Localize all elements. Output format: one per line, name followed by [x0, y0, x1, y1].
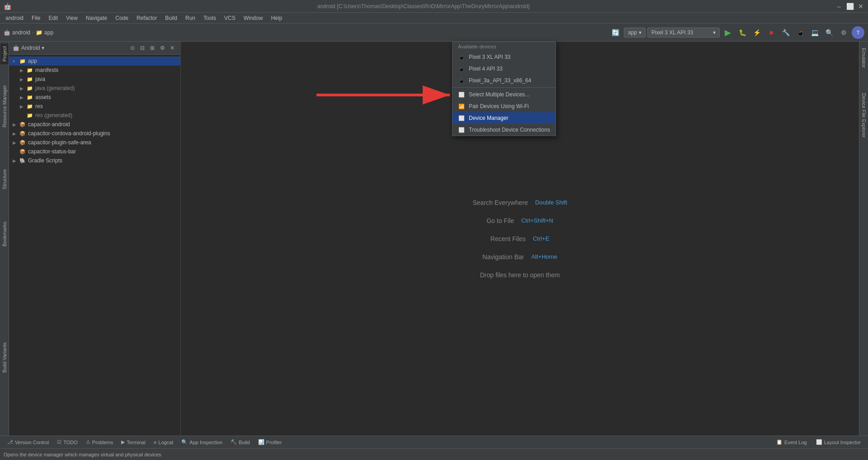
tab-todo[interactable]: ☑ TODO [53, 438, 81, 446]
dropdown-pixel3xl[interactable]: 📱 Pixel 3 XL API 33 [453, 51, 556, 63]
tab-version-control[interactable]: ⎇ Version Control [4, 438, 52, 446]
settings-button[interactable]: ⚙ [837, 26, 850, 39]
breadcrumb-android: android [12, 29, 30, 36]
avd-button[interactable]: 📱 [794, 26, 807, 39]
folder-icon: 📁 [26, 85, 33, 92]
tab-device-file-explorer[interactable]: Device File Explorer [860, 90, 868, 140]
avatar[interactable]: T [852, 26, 864, 39]
sync-icon[interactable]: 🔄 [609, 26, 622, 39]
right-tab-strip: Emulator Device File Explorer [859, 42, 868, 436]
tab-profiler[interactable]: 📊 Profiler [255, 438, 286, 446]
wifi-icon: 📶 [458, 103, 465, 110]
tree-item-assets[interactable]: ▶ 📁 assets [9, 93, 180, 102]
title-left: 🤖 [4, 3, 11, 10]
menu-code[interactable]: Code [112, 14, 132, 22]
menu-file[interactable]: File [28, 14, 44, 22]
minimize-button[interactable]: – [835, 3, 843, 10]
tree-item-capacitor-android[interactable]: ▶ 📦 capacitor-android [9, 120, 180, 129]
search-button[interactable]: 🔍 [823, 26, 835, 39]
device-dropdown[interactable]: Pixel 3 XL API 33 ▾ [647, 28, 720, 38]
arrow-icon: ▶ [20, 86, 26, 91]
breadcrumb-app: app [44, 29, 53, 36]
menu-navigate[interactable]: Navigate [82, 14, 111, 22]
menu-refactor[interactable]: Refactor [133, 14, 160, 22]
menu-window[interactable]: Window [240, 14, 267, 22]
dropdown-pixel4[interactable]: 📱 Pixel 4 API 33 [453, 63, 556, 75]
tab-problems[interactable]: ⚠ Problems [82, 438, 117, 446]
build-icon: 🔨 [231, 439, 237, 445]
dropdown-troubleshoot[interactable]: ⬜ Troubleshoot Device Connections [453, 124, 556, 136]
tree-label-java-generated: java (generated) [35, 85, 75, 91]
dropdown-pair-wifi[interactable]: 📶 Pair Devices Using Wi-Fi [453, 100, 556, 112]
tree-item-java[interactable]: ▶ 📁 java [9, 75, 180, 84]
menu-build[interactable]: Build [161, 14, 181, 22]
dropdown-pixel3xl-label: Pixel 3 XL API 33 [469, 54, 510, 60]
menu-tools[interactable]: Tools [200, 14, 220, 22]
panel-expand-all[interactable]: ⊞ [148, 43, 157, 52]
tree-item-res-generated[interactable]: ▶ 📁 res (generated) [9, 111, 180, 120]
hint-goto: Go to File Ctrl+Shift+N [486, 217, 553, 224]
app-dropdown-arrow: ▾ [639, 29, 642, 36]
tree-label-capacitor-android: capacitor-android [28, 121, 70, 128]
tab-app-inspection[interactable]: 🔍 App Inspection [178, 438, 226, 446]
tree-item-java-generated[interactable]: ▶ 📁 java (generated) [9, 84, 180, 93]
tab-event-log[interactable]: 📋 Event Log [773, 438, 811, 446]
menu-edit[interactable]: Edit [45, 14, 61, 22]
dropdown-device-manager[interactable]: ⬜ Device Manager [453, 112, 556, 124]
dropdown-section-label: Available devices [453, 42, 556, 51]
tab-emulator[interactable]: Emulator [860, 45, 868, 71]
android-icon: 🤖 [4, 29, 10, 36]
tree-item-res[interactable]: ▶ 📁 res [9, 102, 180, 111]
tab-build[interactable]: 🔨 Build [227, 438, 253, 446]
menu-android[interactable]: android [2, 14, 27, 22]
tab-resource-manager[interactable]: Resource Manager [0, 82, 9, 130]
close-button[interactable]: ✕ [857, 3, 864, 10]
panel-scroll-top[interactable]: ⊙ [128, 43, 137, 52]
dropdown-pixel3a[interactable]: 📱 Pixel_3a_API_33_x86_64 [453, 75, 556, 86]
folder-icon: 📁 [26, 66, 33, 74]
tab-terminal[interactable]: ▶ Terminal [118, 438, 149, 446]
tree-item-gradle-scripts[interactable]: ▶ 🐘 Gradle Scripts [9, 156, 180, 165]
tab-project[interactable]: Project [0, 43, 9, 64]
device-manager-button[interactable]: 💻 [808, 26, 821, 39]
toolbar: 🤖 android › 📁 app 🔄 app ▾ Pixel 3 XL API… [0, 24, 868, 42]
tab-layout-inspector[interactable]: ⬜ Layout Inspector [812, 438, 864, 446]
tree-item-capacitor-status-bar[interactable]: ▶ 📦 capacitor-status-bar [9, 147, 180, 156]
gradle-icon: 🐘 [19, 157, 26, 164]
tab-build-variants[interactable]: Build Variants [0, 340, 9, 375]
tab-bookmarks[interactable]: Bookmarks [0, 219, 9, 249]
tab-build-label: Build [239, 440, 250, 445]
bottom-bar: ⎇ Version Control ☑ TODO ⚠ Problems ▶ Te… [0, 436, 868, 448]
profile-button[interactable]: ⚡ [750, 26, 763, 39]
tree-item-app[interactable]: ▾ 📁 app [9, 57, 180, 66]
sync-project-button[interactable]: 🔧 [779, 26, 792, 39]
maximize-button[interactable]: ⬜ [846, 3, 854, 10]
dropdown-select-multiple[interactable]: ⬜ Select Multiple Devices... [453, 89, 556, 100]
app-dropdown[interactable]: app ▾ [624, 28, 646, 38]
panel-collapse-all[interactable]: ⊟ [138, 43, 147, 52]
tree-item-capacitor-cordova[interactable]: ▶ 📦 capacitor-cordova-android-plugins [9, 129, 180, 138]
window-controls: – ⬜ ✕ [835, 3, 864, 10]
arrow-icon: ▶ [13, 158, 19, 163]
version-control-icon: ⎇ [7, 439, 13, 445]
tree-item-capacitor-safe-area[interactable]: ▶ 📦 capacitor-plugin-safe-area [9, 138, 180, 147]
menu-vcs[interactable]: VCS [221, 14, 239, 22]
app-logo-icon: 🤖 [4, 3, 11, 10]
project-panel: 🤖 Android ▾ ⊙ ⊟ ⊞ ⚙ ✕ ▾ 📁 app [9, 42, 181, 436]
hint-search: Search Everywhere Double Shift [473, 199, 567, 206]
menu-help[interactable]: Help [267, 14, 286, 22]
event-log-icon: 📋 [776, 439, 783, 445]
menu-run[interactable]: Run [182, 14, 199, 22]
window-title: android [C:\Users\Thomas\Desktop\Classes… [11, 3, 835, 9]
tab-logcat[interactable]: ≡ Logcat [150, 439, 177, 446]
debug-button[interactable]: 🐛 [736, 26, 749, 39]
run-button[interactable]: ▶ [722, 26, 734, 39]
tree-item-manifests[interactable]: ▶ 📁 manifests [9, 66, 180, 75]
tree-label-capacitor-status-bar: capacitor-status-bar [28, 148, 76, 155]
select-multiple-icon: ⬜ [458, 91, 465, 98]
stop-button[interactable]: ■ [765, 26, 778, 39]
panel-settings[interactable]: ⚙ [158, 43, 167, 52]
panel-close[interactable]: ✕ [168, 43, 177, 52]
tab-structure[interactable]: Structure [0, 166, 9, 192]
menu-view[interactable]: View [62, 14, 81, 22]
